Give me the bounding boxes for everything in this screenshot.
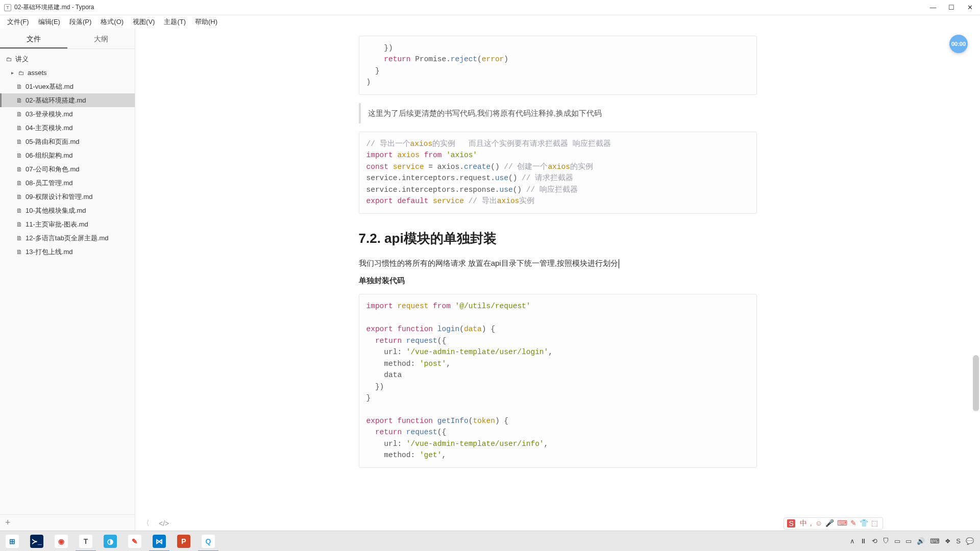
file-icon: 🗎 [15, 180, 23, 187]
code-block[interactable]: import request from '@/utils/request' ex… [359, 294, 757, 468]
ime-button[interactable]: 中 [800, 519, 807, 527]
folder-label: 讲义 [15, 55, 29, 64]
tray-icon[interactable]: ⌨ [930, 537, 940, 545]
taskbar-app-start[interactable]: ⊞ [0, 531, 24, 552]
ime-button[interactable]: , [810, 519, 812, 527]
tray-icon[interactable]: ▭ [905, 537, 912, 545]
taskbar-app-powerpoint[interactable]: P [172, 531, 196, 552]
tab-files[interactable]: 文件 [0, 29, 67, 48]
menu-item[interactable]: 段落(P) [65, 16, 95, 28]
paragraph-strong: 单独封装代码 [359, 276, 405, 285]
paragraph-text: 我们习惯性的将所有的网络请求 放置在api目录下统一管理,按照模块进行划分 [359, 259, 618, 267]
tray-icon[interactable]: 🔊 [917, 537, 925, 545]
tray-icon[interactable]: 💬 [966, 537, 974, 545]
file-label: 02-基础环境搭建.md [26, 96, 86, 105]
app-icon: P [177, 535, 190, 548]
ime-button[interactable]: ⌨ [837, 519, 847, 527]
file-icon: 🗎 [15, 166, 23, 173]
taskbar: ⊞≻_◉T◑✎⋈PQ ∧⏸⟲⛉▭▭🔊⌨❖S💬 [0, 531, 980, 551]
add-button[interactable]: + [5, 517, 11, 528]
tray-icon[interactable]: ❖ [945, 537, 951, 545]
paragraph[interactable]: 我们习惯性的将所有的网络请求 放置在api目录下统一管理,按照模块进行划分 [359, 257, 757, 269]
maximize-button[interactable]: ☐ [948, 5, 954, 11]
app-icon: ⊞ [6, 535, 19, 548]
sidebar-footer: + [0, 514, 135, 531]
menu-item[interactable]: 主题(T) [160, 16, 190, 28]
app-icon: T [4, 4, 11, 11]
file-icon: 🗎 [15, 124, 23, 132]
file-label: 12-多语言tab页全屏主题.md [26, 234, 109, 243]
tree-file[interactable]: 🗎06-组织架构.md [0, 148, 135, 162]
file-icon: 🗎 [15, 97, 23, 104]
paragraph[interactable]: 单独封装代码 [359, 274, 757, 287]
tree-file[interactable]: 🗎09-权限设计和管理.md [0, 190, 135, 204]
taskbar-app-app5[interactable]: ◑ [98, 531, 122, 552]
file-tree: 🗀 讲义 ▸ 🗀 assets 🗎01-vuex基础.md🗎02-基础环境搭建.… [0, 49, 135, 514]
source-mode-button[interactable]: </> [159, 519, 169, 528]
blockquote[interactable]: 这里为了后续更清楚的书写代码,我们将原有代码注释掉,换成如下代码 [359, 103, 757, 123]
taskbar-app-powershell[interactable]: ≻_ [24, 531, 49, 552]
code-block[interactable]: }) return Promise.reject(error) } ) [359, 36, 757, 95]
file-label: 06-组织架构.md [26, 151, 72, 160]
section-heading[interactable]: 7.2. api模块的单独封装 [359, 228, 757, 249]
tree-folder-root[interactable]: 🗀 讲义 [0, 52, 135, 66]
tree-file[interactable]: 🗎01-vuex基础.md [0, 80, 135, 93]
tab-outline[interactable]: 大纲 [67, 29, 135, 48]
back-button[interactable]: 〈 [142, 519, 150, 528]
ime-toolbar[interactable]: S 中,☺🎤⌨✎👕⬚ [783, 517, 883, 530]
ime-button[interactable]: ☺ [815, 519, 822, 527]
file-icon: 🗎 [15, 138, 23, 145]
menu-item[interactable]: 帮助(H) [191, 16, 222, 28]
tree-file[interactable]: 🗎13-打包上线.md [0, 245, 135, 259]
file-icon: 🗎 [15, 221, 23, 228]
menu-item[interactable]: 格式(O) [96, 16, 128, 28]
recording-timer-badge[interactable]: 00:00 [949, 35, 968, 53]
tray-icon[interactable]: ⟲ [872, 537, 877, 545]
ime-button[interactable]: 👕 [860, 519, 868, 527]
file-label: 07-公司和角色.md [26, 165, 79, 174]
app-icon: ⋈ [153, 535, 166, 548]
minimize-button[interactable]: — [930, 5, 936, 11]
taskbar-app-chrome[interactable]: ◉ [49, 531, 74, 552]
tree-file[interactable]: 🗎11-主页审批-图表.md [0, 217, 135, 231]
tray-icon[interactable]: S [956, 537, 961, 545]
file-icon: 🗎 [15, 235, 23, 242]
tree-file[interactable]: 🗎02-基础环境搭建.md [0, 93, 135, 107]
tray-icon[interactable]: ▭ [894, 537, 900, 545]
menu-item[interactable]: 视图(V) [129, 16, 159, 28]
editor-area[interactable]: }) return Promise.reject(error) } ) 这里为了… [135, 29, 980, 531]
ime-button[interactable]: ✎ [850, 519, 856, 527]
app-icon: ◑ [104, 535, 117, 548]
tree-folder-assets[interactable]: ▸ 🗀 assets [0, 66, 135, 80]
ime-logo-icon[interactable]: S [787, 519, 795, 528]
ime-button[interactable]: 🎤 [825, 519, 834, 527]
folder-icon: 🗀 [17, 69, 26, 77]
tree-file[interactable]: 🗎04-主页模块.md [0, 121, 135, 135]
tree-file[interactable]: 🗎10-其他模块集成.md [0, 204, 135, 217]
taskbar-app-vscode[interactable]: ⋈ [147, 531, 172, 552]
menu-item[interactable]: 文件(F) [3, 16, 33, 28]
taskbar-app-app6[interactable]: ✎ [122, 531, 147, 552]
file-label: 08-员工管理.md [26, 179, 72, 188]
tray-icon[interactable]: ⏸ [860, 537, 867, 545]
tree-file[interactable]: 🗎08-员工管理.md [0, 176, 135, 190]
ime-button[interactable]: ⬚ [871, 519, 878, 527]
tray-icon[interactable]: ⛉ [883, 537, 889, 545]
taskbar-app-typora[interactable]: T [74, 531, 98, 552]
folder-label: assets [28, 69, 47, 77]
taskbar-app-app9[interactable]: Q [196, 531, 220, 552]
file-label: 04-主页模块.md [26, 123, 72, 133]
app-icon: ≻_ [30, 535, 43, 548]
file-label: 09-权限设计和管理.md [26, 192, 92, 202]
tree-file[interactable]: 🗎07-公司和角色.md [0, 162, 135, 176]
code-block[interactable]: // 导出一个axios的实例 而且这个实例要有请求拦截器 响应拦截器 impo… [359, 132, 757, 214]
scrollbar-thumb[interactable] [973, 355, 979, 411]
tree-file[interactable]: 🗎03-登录模块.md [0, 107, 135, 121]
tree-file[interactable]: 🗎05-路由和页面.md [0, 135, 135, 148]
menu-item[interactable]: 编辑(E) [34, 16, 64, 28]
tree-file[interactable]: 🗎12-多语言tab页全屏主题.md [0, 231, 135, 245]
app-icon: Q [202, 535, 215, 548]
tray-icon[interactable]: ∧ [850, 537, 855, 545]
file-label: 05-路由和页面.md [26, 137, 79, 146]
close-button[interactable]: ✕ [967, 5, 973, 11]
